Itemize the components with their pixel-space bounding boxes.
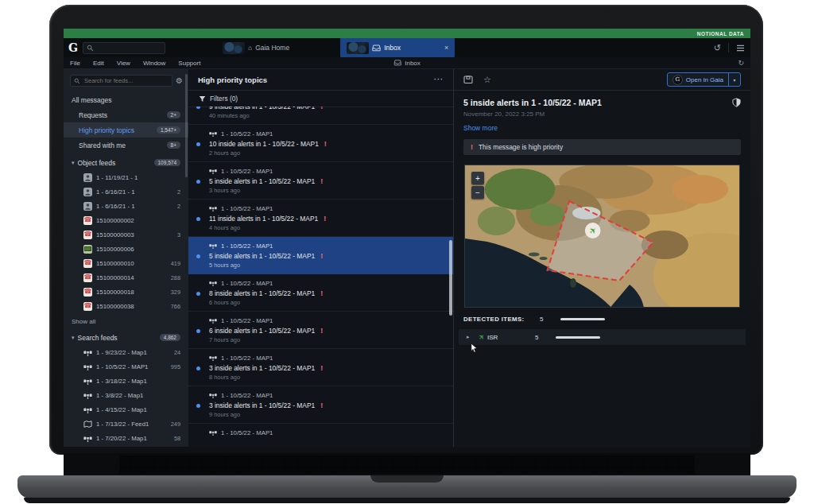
history-icon[interactable]: ↺ xyxy=(714,43,721,53)
laptop-keyboard xyxy=(119,456,695,474)
tab-close-icon[interactable]: × xyxy=(444,45,448,52)
satellite-map-image: ✈ xyxy=(465,165,739,307)
message-row[interactable]: 1 - 10/5/22 - MAP1 6 inside alerts in 1 … xyxy=(188,312,453,349)
message-row[interactable]: 1 - 10/5/22 - MAP1 5 inside alerts in 1 … xyxy=(188,162,453,200)
search-icon xyxy=(87,45,94,52)
map-preview[interactable]: ✈ + − xyxy=(464,165,740,308)
feed-label: 15100000018 xyxy=(96,289,134,296)
message-title: 5 inside alerts in 1 - 10/5/22 - MAP1 xyxy=(463,98,602,107)
dropdown-caret-icon[interactable]: ▾ xyxy=(728,73,740,86)
message-alert: 10 inside alerts in 1 - 10/5/22 - MAP1 xyxy=(209,140,319,148)
feed-item[interactable]: ☎15100000002 xyxy=(64,213,188,227)
high-priority-icon: ! xyxy=(320,252,323,260)
message-row-selected[interactable]: 1 - 10/5/22 - MAP1 5 inside alerts in 1 … xyxy=(188,237,453,274)
global-search[interactable] xyxy=(83,42,165,54)
global-search-input[interactable] xyxy=(96,44,161,52)
phone-icon: ☎ xyxy=(83,216,92,225)
archive-icon[interactable] xyxy=(463,75,473,84)
message-list: 1 - 10/5/22 - MAP1 9 inside alerts in 1 … xyxy=(188,107,453,447)
star-icon[interactable]: ☆ xyxy=(483,76,491,84)
feed-label: 1 - 4/15/22 - Map1 xyxy=(96,406,147,413)
message-topic: 1 - 10/5/22 - MAP1 xyxy=(221,130,273,138)
feed-label: 15100000006 xyxy=(96,246,134,253)
feed-item[interactable]: 1 - 3/8/22 - Map1 xyxy=(64,388,188,402)
message-row[interactable]: 1 - 10/5/22 - MAP1 3 inside alerts in 1 … xyxy=(188,386,453,424)
sidebar-scrollbar[interactable] xyxy=(185,74,188,177)
menu-list-icon[interactable] xyxy=(736,45,745,52)
feed-count: 3 xyxy=(177,231,180,238)
message-topic: 1 - 10/5/22 - MAP1 xyxy=(221,317,273,324)
laptop-bottom-edge xyxy=(24,498,790,503)
sidebar-item-shared-with-me[interactable]: Shared with me 8+ xyxy=(64,138,188,153)
feed-item[interactable]: ☎15100000038766 xyxy=(64,299,188,313)
feed-label: 15100000002 xyxy=(96,217,134,224)
feed-search[interactable] xyxy=(70,75,172,87)
feed-item[interactable]: 1 - 3/18/22 - Map1 xyxy=(64,374,188,388)
menu-file[interactable]: File xyxy=(64,60,87,67)
show-more-link[interactable]: Show more xyxy=(454,118,750,132)
show-all-link[interactable]: Show all xyxy=(64,315,188,328)
message-row[interactable]: 1 - 10/5/22 - MAP1 10 inside alerts in 1… xyxy=(188,125,453,162)
detected-item-row-isr[interactable]: ▸ ✈ ISR 5 xyxy=(459,329,746,345)
menu-view[interactable]: View xyxy=(110,60,137,67)
feed-count: 419 xyxy=(171,260,180,267)
gaia-logo[interactable]: G xyxy=(64,41,83,54)
tab-inbox[interactable]: Inbox × xyxy=(340,38,455,57)
message-list-scrollbar[interactable] xyxy=(449,240,452,316)
sidebar-item-requests[interactable]: Requests 2+ xyxy=(64,107,188,122)
message-row[interactable]: 1 - 10/5/22 - MAP1 9 inside alerts in 1 … xyxy=(188,107,453,125)
feed-count: 995 xyxy=(171,363,180,370)
sidebar-group-search-feeds[interactable]: ▾ Search feeds 4,862 xyxy=(64,330,188,345)
tab-gaia-home[interactable]: ⌂ Gaia Home xyxy=(216,38,296,57)
feed-search-input[interactable] xyxy=(83,76,169,85)
requests-label: Requests xyxy=(72,111,107,119)
feed-label: 1 - 6/16/21 - 1 xyxy=(96,188,135,196)
open-in-gaia-button[interactable]: G Open in Gaia ▾ xyxy=(667,72,741,87)
filter-icon xyxy=(199,95,206,103)
message-row[interactable]: 1 - 10/5/22 - MAP1 xyxy=(188,424,453,447)
feed-item[interactable]: 1 - 11/19/21 - 1 xyxy=(64,170,188,184)
feed-item[interactable]: 1 - 7/20/22 - Map158 xyxy=(64,431,188,445)
feed-item[interactable]: ☎15100000018329 xyxy=(64,285,188,299)
filters-button[interactable]: Filters (0) xyxy=(188,91,453,107)
more-options-icon[interactable]: ··· xyxy=(434,76,444,83)
detected-item-count: 5 xyxy=(535,334,556,341)
sidebar-item-all-messages[interactable]: All messages xyxy=(64,92,188,107)
message-row[interactable]: 1 - 10/5/22 - MAP1 11 inside alerts in 1… xyxy=(188,200,453,237)
tab-gaia-home-label: Gaia Home xyxy=(255,44,289,52)
search-feeds-badge: 4,862 xyxy=(160,334,180,342)
unread-dot xyxy=(196,366,200,370)
message-detail-panel: ☆ G Open in Gaia ▾ 5 inside alerts in 1 … xyxy=(453,69,750,447)
message-alert: 5 inside alerts in 1 - 10/5/22 - MAP1 xyxy=(209,252,315,260)
message-row[interactable]: 1 - 10/5/22 - MAP1 3 inside alerts in 1 … xyxy=(188,349,453,386)
menu-edit[interactable]: Edit xyxy=(87,60,110,67)
feed-item[interactable]: ☎15100000014288 xyxy=(64,270,188,285)
feed-item[interactable]: 1 - 9/23/22 - Map124 xyxy=(64,345,188,359)
menu-window[interactable]: Window xyxy=(137,60,172,67)
feed-count: 329 xyxy=(171,289,180,296)
feed-item[interactable]: 15100000006 xyxy=(64,242,188,256)
sidebar-group-object-feeds[interactable]: ▾ Object feeds 109,574 xyxy=(64,155,188,170)
zoom-in-button[interactable]: + xyxy=(471,172,484,184)
sidebar-item-high-priority-topics[interactable]: High priority topics 1,547+ xyxy=(64,122,188,138)
feed-item[interactable]: ☎151000000033 xyxy=(64,227,188,242)
zoom-out-button[interactable]: − xyxy=(471,186,484,199)
message-row[interactable]: 1 - 10/5/22 - MAP1 8 inside alerts in 1 … xyxy=(188,274,453,312)
satellite-icon xyxy=(209,242,217,250)
refresh-icon[interactable]: ↻ xyxy=(738,59,744,67)
message-alert: 9 inside alerts in 1 - 10/5/22 - MAP1 xyxy=(209,107,315,110)
menu-support[interactable]: Support xyxy=(172,60,207,67)
feed-item[interactable]: ☎15100000010419 xyxy=(64,256,188,270)
feed-label: 1 - 10/5/22 - MAP1 xyxy=(96,363,148,370)
feed-item[interactable]: 1 - 7/13/22 - Feed1249 xyxy=(64,417,188,431)
phone-icon: ☎ xyxy=(83,259,92,268)
message-time: 6 hours ago xyxy=(209,299,445,308)
message-list-panel: High priority topics ··· Filters (0) 1 -… xyxy=(188,69,453,447)
feed-label: 15100000038 xyxy=(96,303,134,310)
feed-item[interactable]: 1 - 6/16/21 - 12 xyxy=(64,184,188,199)
message-time: 2 hours ago xyxy=(209,149,445,158)
feed-item[interactable]: 1 - 6/16/21 - 12 xyxy=(64,199,188,213)
gear-icon[interactable]: ⚙ xyxy=(176,77,183,85)
feed-item[interactable]: 1 - 10/5/22 - MAP1995 xyxy=(64,359,188,374)
feed-item[interactable]: 1 - 4/15/22 - Map1 xyxy=(64,402,188,417)
